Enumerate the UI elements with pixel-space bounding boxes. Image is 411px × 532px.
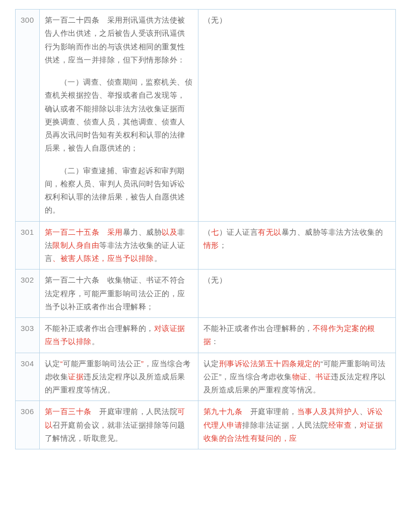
text-segment: 以及 [162, 228, 177, 236]
row-number: 303 [16, 318, 40, 353]
text-segment: 限制人身自由 [52, 241, 99, 249]
text-segment: 。 [154, 254, 162, 262]
right-cell: （七）证人证言有无以暴力、威胁等非法方法收集的情形； [198, 221, 395, 270]
text-segment: 不能补正或者作出合理解释的， [203, 324, 313, 332]
text-segment: 书证 [315, 372, 331, 381]
text-segment: ， [352, 421, 360, 429]
text-segment: （一）调查、侦查期间，监察机关、侦查机关根据控告、举报或者自己发现等，确认或者不… [45, 78, 193, 152]
text-segment: 不能补正或者作出合理解释的， [45, 324, 154, 332]
row-number: 302 [16, 270, 40, 318]
text-segment: 排除非法证据，人民法院 [242, 421, 328, 429]
text-segment: 第九十九条 [203, 407, 243, 416]
left-cell: 第一百二十六条 收集物证、书证不符合法定程序，可能严重影响司法公正的，应当予以补… [39, 270, 198, 318]
text-segment: 暴力、威胁等非法方法收集的 [282, 228, 383, 236]
right-cell: （无） [198, 270, 395, 318]
text-segment: 、 [360, 407, 368, 416]
left-cell: 认定“可能严重影响司法公正”，应当综合考虑收集证据违反法定程序以及所造成后果的严… [39, 353, 198, 401]
text-segment: 证据 [68, 372, 84, 381]
text-segment: 情形 [203, 241, 219, 249]
text-segment: 第一百三十条 [45, 407, 92, 416]
text-segment: 第一百二十六条 收集物证、书证不符合法定程序，可能严重影响司法公正的，应当予以补… [45, 276, 185, 311]
text-segment: 当事人及其辩护人 [297, 407, 360, 416]
text-segment: ； [219, 241, 227, 249]
text-segment: ）证人证言 [219, 228, 258, 236]
text-segment: 认定 [45, 359, 60, 368]
text-segment: 开庭审理前，人民法院 [92, 407, 178, 416]
table-row: 301第一百二十五条 采用暴力、威胁以及非法限制人身自由等非法方法收集的证人证言… [16, 221, 396, 270]
text-segment: （二）审查逮捕、审查起诉和审判期间，检察人员、审判人员讯问时告知诉讼权利和认罪的… [45, 166, 185, 215]
text-segment: 、 [308, 372, 316, 381]
text-segment: 可能严重影响司法公正 [63, 359, 141, 368]
text-segment: 暴力、威胁 [123, 228, 162, 236]
text-segment: 认定 [203, 359, 219, 368]
text-segment: 物证 [292, 372, 308, 381]
table-row: 306第一百三十条 开庭审理前，人民法院可以召开庭前会议，就非法证据排除等问题了… [16, 401, 396, 449]
left-cell: 第一百二十四条 采用刑讯逼供方法使被告人作出供述，之后被告人受该刑讯逼供行为影响… [39, 10, 198, 222]
table-row: 304认定“可能严重影响司法公正”，应当综合考虑收集证据违反法定程序以及所造成后… [16, 353, 396, 401]
left-cell: 第一百三十条 开庭审理前，人民法院可以召开庭前会议，就非法证据排除等问题了解情况… [39, 401, 198, 449]
text-segment: 、被害人陈述，应当予以排除 [52, 254, 154, 262]
table-row: 303不能补正或者作出合理解释的，对该证据应当予以排除。不能补正或者作出合理解释… [16, 318, 396, 353]
row-number: 304 [16, 353, 40, 401]
text-segment: 。 [92, 337, 100, 346]
right-cell: 不能补正或者作出合理解释的，不得作为定案的根据： [198, 318, 395, 353]
text-segment: ： [211, 337, 219, 346]
text-segment: （无） [203, 16, 227, 24]
text-segment: 有无以 [258, 228, 282, 236]
text-segment: 七 [211, 228, 219, 236]
row-number: 301 [16, 221, 40, 270]
table-row: 300第一百二十四条 采用刑讯逼供方法使被告人作出供述，之后被告人受该刑讯逼供行… [16, 10, 396, 222]
right-cell: （无） [198, 10, 395, 222]
text-segment: 第一百二十四条 采用刑讯逼供方法使被告人作出供述，之后被告人受该刑讯逼供行为影响… [45, 16, 185, 64]
text-segment: 第一百二十五条 采用 [45, 228, 123, 236]
text-segment: 刑事诉讼法第五十四条规定的 [219, 359, 321, 368]
text-segment: 经审查 [328, 421, 352, 429]
text-segment: （无） [203, 276, 227, 284]
text-segment: 开庭审理前， [242, 407, 297, 416]
text-segment: （ [203, 228, 212, 236]
right-cell: 第九十九条 开庭审理前，当事人及其辩护人、诉讼代理人申请排除非法证据，人民法院经… [198, 401, 395, 449]
comparison-table: 300第一百二十四条 采用刑讯逼供方法使被告人作出供述，之后被告人受该刑讯逼供行… [15, 9, 396, 449]
left-cell: 不能补正或者作出合理解释的，对该证据应当予以排除。 [39, 318, 198, 353]
text-segment: 召开庭前会议，就非法证据排除等问题了解情况，听取意见。 [45, 421, 185, 442]
left-cell: 第一百二十五条 采用暴力、威胁以及非法限制人身自由等非法方法收集的证人证言、被害… [39, 221, 198, 270]
table-row: 302第一百二十六条 收集物证、书证不符合法定程序，可能严重影响司法公正的，应当… [16, 270, 396, 318]
row-number: 306 [16, 401, 40, 449]
right-cell: 认定刑事诉讼法第五十四条规定的“可能严重影响司法公正”，应当综合考虑收集物证、书… [198, 353, 395, 401]
row-number: 300 [16, 10, 40, 222]
